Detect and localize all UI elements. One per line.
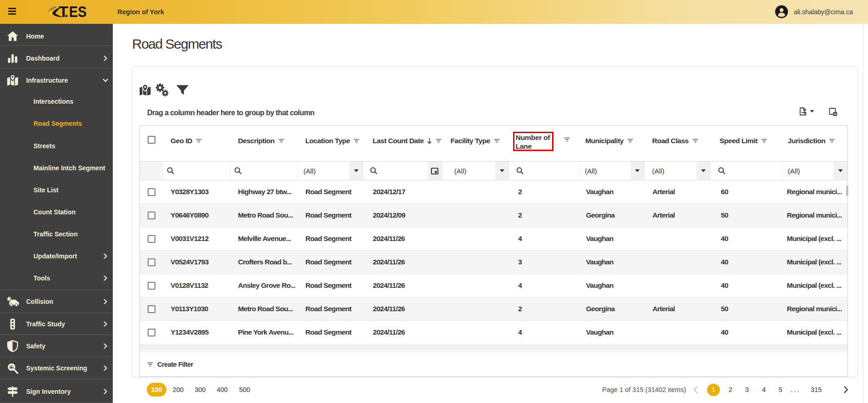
svg-text:ES: ES bbox=[69, 3, 87, 20]
svg-text:T: T bbox=[59, 3, 68, 20]
